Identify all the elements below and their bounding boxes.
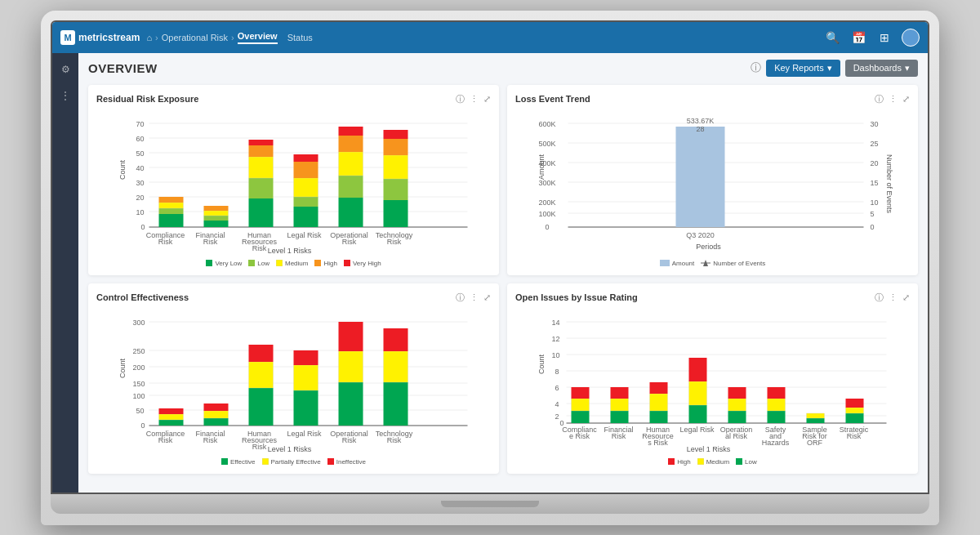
loss-event-info-icon[interactable]: ⓘ bbox=[875, 93, 884, 105]
svg-text:14: 14 bbox=[552, 319, 560, 327]
logo: M metricstream bbox=[60, 30, 140, 45]
svg-rect-166 bbox=[650, 411, 668, 423]
svg-rect-202 bbox=[668, 458, 675, 465]
home-icon[interactable]: ⌂ bbox=[146, 33, 152, 42]
ce-info-icon[interactable]: ⓘ bbox=[456, 292, 465, 304]
dashboards-dropdown-icon: ▾ bbox=[905, 63, 910, 74]
svg-text:Risk: Risk bbox=[203, 436, 218, 444]
svg-rect-37 bbox=[339, 152, 363, 176]
svg-rect-31 bbox=[294, 197, 318, 207]
svg-rect-43 bbox=[384, 139, 408, 155]
svg-text:60: 60 bbox=[136, 135, 145, 143]
residual-risk-expand-icon[interactable]: ⤢ bbox=[483, 94, 491, 105]
svg-rect-162 bbox=[572, 387, 590, 399]
apps-icon[interactable]: ⊞ bbox=[875, 29, 893, 47]
svg-rect-177 bbox=[768, 387, 786, 399]
svg-rect-23 bbox=[204, 211, 229, 216]
svg-rect-176 bbox=[768, 399, 786, 411]
svg-rect-120 bbox=[294, 350, 318, 365]
svg-text:Periods: Periods bbox=[696, 243, 721, 251]
loss-event-menu-icon[interactable]: ⋮ bbox=[889, 94, 898, 105]
svg-text:Risk: Risk bbox=[847, 432, 862, 440]
svg-text:50: 50 bbox=[136, 407, 145, 415]
control-effectiveness-card: Control Effectiveness ⓘ ⋮ ⤢ 300 bbox=[88, 283, 499, 474]
svg-text:Risk: Risk bbox=[612, 432, 626, 440]
breadcrumb-overview[interactable]: Overview bbox=[238, 31, 278, 44]
svg-rect-126 bbox=[384, 328, 408, 351]
svg-rect-203 bbox=[697, 458, 704, 465]
svg-rect-34 bbox=[294, 154, 318, 162]
svg-rect-58 bbox=[206, 260, 212, 266]
header-actions: ⓘ Key Reports ▾ Dashboards ▾ bbox=[751, 60, 918, 77]
residual-risk-header: Residual Risk Exposure ⓘ ⋮ ⤢ bbox=[96, 93, 491, 105]
search-icon[interactable]: 🔍 bbox=[823, 29, 841, 47]
svg-text:250: 250 bbox=[133, 347, 145, 355]
ce-menu-icon[interactable]: ⋮ bbox=[470, 292, 479, 303]
svg-rect-91 bbox=[660, 260, 670, 266]
svg-rect-204 bbox=[736, 458, 742, 465]
legend-events: Number of Events bbox=[701, 260, 765, 267]
svg-rect-168 bbox=[650, 382, 668, 394]
laptop-frame: M metricstream ⌂ › Operational Risk › Ov… bbox=[41, 11, 939, 525]
svg-rect-22 bbox=[204, 216, 229, 221]
loss-event-controls: ⓘ ⋮ ⤢ bbox=[875, 93, 910, 105]
legend-very-low: Very Low bbox=[206, 260, 242, 267]
ce-expand-icon[interactable]: ⤢ bbox=[483, 292, 491, 303]
residual-risk-info-icon[interactable]: ⓘ bbox=[456, 93, 465, 105]
oi-menu-icon[interactable]: ⋮ bbox=[889, 292, 898, 303]
ce-legend-partial: Partially Effective bbox=[262, 458, 321, 466]
svg-rect-172 bbox=[728, 411, 746, 423]
svg-rect-111 bbox=[159, 408, 184, 414]
svg-text:533.67K: 533.67K bbox=[687, 117, 715, 125]
legend-medium: Medium bbox=[276, 260, 308, 267]
svg-text:Risk: Risk bbox=[158, 238, 173, 246]
residual-risk-card: Residual Risk Exposure ⓘ ⋮ ⤢ 70 bbox=[88, 85, 499, 275]
header-info-icon[interactable]: ⓘ bbox=[751, 60, 761, 75]
dashboards-button[interactable]: Dashboards ▾ bbox=[845, 60, 918, 77]
svg-text:Number of Events: Number of Events bbox=[885, 154, 893, 213]
screen: M metricstream ⌂ › Operational Risk › Ov… bbox=[51, 20, 929, 494]
svg-rect-39 bbox=[339, 127, 363, 136]
logo-text: metricstream bbox=[78, 32, 140, 43]
page-title: OVERVIEW bbox=[88, 61, 158, 75]
open-issues-legend: High Medium Low bbox=[515, 458, 910, 466]
loss-event-expand-icon[interactable]: ⤢ bbox=[902, 94, 910, 105]
svg-rect-20 bbox=[159, 197, 184, 203]
svg-text:Risk: Risk bbox=[342, 436, 357, 444]
oi-expand-icon[interactable]: ⤢ bbox=[902, 292, 910, 303]
svg-text:Risk: Risk bbox=[252, 244, 267, 252]
breadcrumb-status[interactable]: Status bbox=[287, 33, 313, 42]
svg-text:Legal Risk: Legal Risk bbox=[287, 231, 322, 239]
svg-text:Risk: Risk bbox=[252, 443, 267, 451]
svg-text:25: 25 bbox=[871, 140, 879, 148]
charts-grid: Residual Risk Exposure ⓘ ⋮ ⤢ 70 bbox=[88, 85, 918, 474]
svg-text:30: 30 bbox=[871, 120, 879, 128]
svg-rect-170 bbox=[689, 381, 707, 405]
residual-risk-menu-icon[interactable]: ⋮ bbox=[470, 94, 479, 105]
avatar[interactable] bbox=[902, 29, 920, 47]
top-navigation: M metricstream ⌂ › Operational Risk › Ov… bbox=[52, 22, 928, 53]
svg-rect-123 bbox=[339, 322, 363, 351]
svg-rect-36 bbox=[339, 176, 363, 198]
svg-rect-17 bbox=[159, 214, 184, 227]
svg-rect-116 bbox=[249, 362, 274, 388]
svg-rect-109 bbox=[159, 420, 184, 426]
residual-risk-controls: ⓘ ⋮ ⤢ bbox=[456, 93, 491, 105]
oi-legend-low: Low bbox=[736, 458, 757, 466]
loss-event-chart: 600K 500K 400K 300K 200K 100K 0 Amount bbox=[515, 110, 910, 256]
oi-info-icon[interactable]: ⓘ bbox=[875, 292, 884, 304]
svg-text:Risk: Risk bbox=[387, 436, 402, 444]
sidebar-menu-icon[interactable]: ⋮ bbox=[56, 86, 75, 105]
svg-text:200: 200 bbox=[133, 363, 145, 372]
breadcrumb-operational-risk[interactable]: Operational Risk bbox=[162, 33, 228, 42]
svg-rect-38 bbox=[339, 136, 363, 152]
svg-text:al Risk: al Risk bbox=[725, 432, 748, 440]
svg-rect-29 bbox=[249, 140, 274, 145]
svg-rect-26 bbox=[249, 178, 274, 198]
svg-rect-30 bbox=[294, 207, 318, 227]
key-reports-button[interactable]: Key Reports ▾ bbox=[766, 60, 840, 77]
logo-mark: M bbox=[60, 30, 75, 45]
svg-text:10: 10 bbox=[552, 351, 560, 359]
sidebar-settings-icon[interactable]: ⚙ bbox=[56, 60, 75, 79]
calendar-icon[interactable]: 📅 bbox=[849, 29, 867, 47]
